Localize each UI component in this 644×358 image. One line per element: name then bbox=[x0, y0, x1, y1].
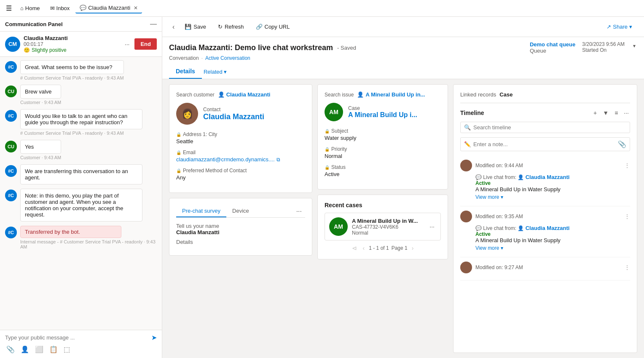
message-bubble: We are transferring this conversation to… bbox=[20, 164, 142, 184]
message-bubble: Brew valve bbox=[20, 85, 61, 99]
tab-details[interactable]: Details bbox=[169, 64, 202, 79]
top-bar: ☰ ⌂ Home ✉ Inbox 💬 Claudia Mazzanti ✕ bbox=[0, 0, 644, 17]
tl-header-row: Modified on: 9:35 AM ⋮ bbox=[460, 211, 630, 222]
send-button[interactable]: ➤ bbox=[151, 334, 157, 342]
tab-bar: Details Related ▾ bbox=[169, 64, 637, 79]
left-column: Search customer 👤 Claudia Mazzanti 👩 Con… bbox=[169, 84, 312, 353]
timeline-search: 🔍 bbox=[460, 122, 630, 133]
conv-name-field: Tell us your name Claudia Manzatti bbox=[176, 223, 305, 235]
recent-case-row: AM A Mineral Build Up in W... CAS-47732-… bbox=[325, 213, 441, 240]
chevron-down-icon: ▾ bbox=[501, 245, 503, 251]
page-saved-status: - Saved bbox=[337, 45, 356, 51]
tl-more-button[interactable]: ⋮ bbox=[624, 162, 630, 169]
message-content: Brew valve Customer · 9:43 AM bbox=[20, 85, 61, 105]
save-button[interactable]: 💾 Save bbox=[180, 21, 211, 32]
agent-name: Claudia Mazzanti bbox=[24, 35, 120, 41]
status-label: 🔒 Status bbox=[325, 164, 441, 170]
mention-button[interactable]: 👤 bbox=[19, 344, 30, 355]
tab-home[interactable]: ⌂ Home bbox=[16, 3, 44, 13]
breadcrumb: Conversation · Active Conversation bbox=[169, 55, 637, 61]
pref-contact-field: 🔒 Preferred Method of Contact Any bbox=[176, 168, 305, 181]
view-more-button[interactable]: View more ▾ bbox=[475, 192, 503, 202]
refresh-button[interactable]: ↻ Refresh bbox=[213, 21, 249, 32]
message-content: Note: in this demo, you play the part of… bbox=[20, 189, 142, 222]
lock-icon: 🔒 bbox=[325, 147, 330, 152]
message-content: Transferred by the bot. Internal message… bbox=[20, 226, 157, 249]
transfer-button[interactable]: ⬚ bbox=[62, 344, 71, 355]
chat-input-area: ➤ 📎 👤 ⬜ 📋 ⬚ bbox=[0, 330, 162, 358]
message-bubble: Great. What seems to be the issue? bbox=[20, 60, 124, 74]
email-value[interactable]: claudiamazzanti@crmdemo.dynamics.... ⧉ bbox=[176, 156, 305, 163]
main-layout: Communication Panel — CM Claudia Mazzant… bbox=[0, 17, 644, 358]
timeline-more-button[interactable]: ··· bbox=[623, 108, 630, 118]
share-button[interactable]: ↗ Share ▾ bbox=[601, 21, 637, 32]
person-icon: 👤 bbox=[218, 91, 225, 98]
hamburger-menu[interactable]: ☰ bbox=[3, 2, 14, 15]
case-search-value[interactable]: 👤 A Mineral Build Up in... bbox=[357, 91, 425, 98]
view-more-button[interactable]: View more ▾ bbox=[475, 243, 503, 253]
timeline-add-button[interactable]: + bbox=[592, 108, 598, 118]
note-button[interactable]: ⬜ bbox=[34, 344, 45, 355]
tl-avatar bbox=[460, 262, 472, 273]
tab-inbox[interactable]: ✉ Inbox bbox=[46, 3, 74, 13]
inbox-icon: ✉ bbox=[50, 5, 55, 11]
chat-input-field[interactable] bbox=[5, 334, 148, 341]
conv-more-button[interactable]: ··· bbox=[293, 205, 305, 217]
message-content: Would you like to talk to an agent who c… bbox=[20, 109, 142, 136]
minimize-button[interactable]: — bbox=[150, 20, 157, 28]
more-options-button[interactable]: ··· bbox=[123, 39, 131, 49]
copy-url-button[interactable]: 🔗 Copy URL bbox=[251, 21, 295, 32]
timeline-entry: Modified on: 9:35 AM ⋮ 💬 Live chat from:… bbox=[460, 206, 630, 257]
contact-search-row: Search customer 👤 Claudia Mazzanti bbox=[176, 91, 305, 98]
tab-device[interactable]: Device bbox=[226, 205, 255, 217]
tl-avatar bbox=[460, 160, 472, 171]
page-title-row: Claudia Mazzanti: Demo live chat workstr… bbox=[169, 41, 637, 54]
refresh-icon: ↻ bbox=[218, 24, 223, 30]
queue-info: Demo chat queue Queue bbox=[530, 41, 575, 54]
bot-avatar: #C bbox=[5, 61, 17, 73]
bot-avatar: #C bbox=[5, 190, 17, 201]
address-field: 🔒 Address 1: City Seattle bbox=[176, 131, 305, 144]
case-header: AM Case A Mineral Build Up i... bbox=[325, 103, 441, 121]
attach-button[interactable]: 📎 bbox=[5, 344, 16, 355]
contact-header: 👩 Contact Claudia Mazzanti bbox=[176, 103, 305, 125]
case-more-button[interactable]: ··· bbox=[428, 222, 436, 232]
tl-more-button[interactable]: ⋮ bbox=[624, 264, 630, 271]
chevron-down-icon: ▾ bbox=[501, 194, 503, 200]
timeline-search-input[interactable] bbox=[473, 124, 626, 131]
case-card: Search issue 👤 A Mineral Build Up in... … bbox=[317, 84, 448, 190]
email-copy-icon: ⧉ bbox=[276, 157, 280, 163]
tab-claudia[interactable]: 💬 Claudia Mazzanti ✕ bbox=[75, 3, 142, 13]
template-button[interactable]: 📋 bbox=[48, 344, 59, 355]
note-input-row: ✏️ 📎 bbox=[460, 137, 630, 151]
pencil-icon: ✏️ bbox=[464, 141, 471, 147]
tab-pre-chat-survey[interactable]: Pre-chat survey bbox=[176, 205, 226, 217]
chat-icon: 💬 bbox=[475, 174, 482, 180]
address-label: 🔒 Address 1: City bbox=[176, 131, 305, 137]
chat-toolbar: 📎 👤 ⬜ 📋 ⬚ bbox=[5, 342, 157, 355]
message-bubble: Would you like to talk to an agent who c… bbox=[20, 109, 142, 129]
end-button[interactable]: End bbox=[134, 38, 157, 50]
back-button[interactable]: ‹ bbox=[169, 21, 178, 32]
share-icon: ↗ bbox=[606, 24, 611, 30]
page-first-button[interactable]: ⊲ bbox=[350, 244, 359, 252]
page-prev-button[interactable]: ‹ bbox=[361, 244, 367, 252]
timeline-header: Timeline + ▼ ≡ ··· bbox=[460, 108, 630, 118]
agent-status: 🙂 Slightly positive bbox=[24, 47, 120, 53]
expand-button[interactable]: ▾ bbox=[631, 41, 637, 51]
timeline-filter-button[interactable]: ▼ bbox=[601, 108, 610, 118]
timeline-list-button[interactable]: ≡ bbox=[613, 108, 619, 118]
customer-avatar: CU bbox=[5, 85, 17, 97]
page-title: Claudia Mazzanti: Demo live chat workstr… bbox=[169, 43, 333, 52]
page-next-button[interactable]: › bbox=[410, 244, 416, 252]
tab-related-dropdown[interactable]: Related ▾ bbox=[202, 64, 228, 79]
tab-close-icon[interactable]: ✕ bbox=[134, 5, 138, 11]
message-bubble: Note: in this demo, you play the part of… bbox=[20, 189, 142, 222]
tl-more-button[interactable]: ⋮ bbox=[624, 213, 630, 220]
note-attach-button[interactable]: 📎 bbox=[618, 140, 626, 148]
note-input-field[interactable] bbox=[473, 141, 615, 147]
chat-icon: 💬 bbox=[80, 5, 86, 11]
timeline-entry: Modified on: 9:27 AM ⋮ bbox=[460, 257, 630, 281]
contact-search-value[interactable]: 👤 Claudia Mazzanti bbox=[218, 91, 271, 98]
timeline-card: Linked records Case Timeline + ▼ ≡ ··· 🔍 bbox=[453, 84, 637, 353]
